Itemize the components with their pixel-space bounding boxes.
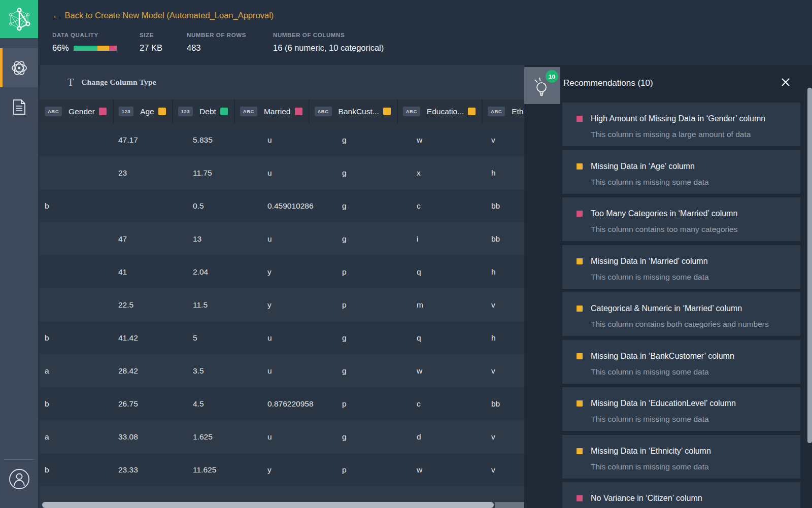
column-header[interactable]: ABC BankCust... (310, 99, 398, 123)
data-quality-bar (74, 46, 117, 51)
stat-data-quality: DATA QUALITY 66% (52, 32, 140, 53)
cell-debt: 5 (188, 333, 262, 343)
cell-educationlevel: w (412, 136, 486, 145)
recommendation-card[interactable]: Categorical & Numeric in ‘Married’ colum… (562, 292, 800, 336)
recommendation-title: Missing Data in ‘Ethnicity’ column (591, 447, 711, 456)
column-header[interactable]: 123 Age (114, 99, 173, 123)
column-name: Debt (199, 107, 216, 116)
user-menu-button[interactable] (0, 465, 38, 493)
recommendations-tab[interactable]: 10 (524, 67, 560, 104)
stat-label: NUMBER OF COLUMNS (273, 32, 384, 38)
cell-bankcustomer: g (337, 432, 412, 442)
recommendation-card[interactable]: Missing Data in ‘Ethnicity’ column This … (562, 435, 800, 479)
recommendations-count-badge: 10 (546, 70, 558, 83)
recommendation-description: This column is missing some data (591, 367, 790, 377)
severity-square-icon (577, 258, 583, 264)
quality-bar-segment (74, 46, 97, 51)
column-status-flag (383, 108, 391, 115)
column-status-flag (468, 108, 476, 115)
back-link[interactable]: ← Back to Create New Model (Automated_Lo… (52, 11, 274, 20)
change-column-type-label: Change Column Type (81, 78, 156, 87)
recommendation-card[interactable]: Missing Data in ‘EducationLevel’ column … (562, 387, 800, 431)
vertical-scrollbar-thumb[interactable] (807, 88, 812, 443)
quality-bar-segment (97, 46, 109, 51)
cell-gender: b (40, 333, 113, 343)
cell-debt: 0.5 (188, 201, 262, 211)
column-type-badge: ABC (240, 107, 257, 116)
cell-debt: 4.5 (188, 399, 262, 409)
recommendation-card[interactable]: High Amount of Missing Data in ‘Gender’ … (562, 103, 800, 146)
close-icon[interactable] (781, 78, 790, 87)
cell-age: 47.17 (113, 136, 188, 145)
cell-educationlevel: m (412, 300, 486, 310)
column-header[interactable]: ABC Married (235, 99, 310, 123)
column-status-flag (220, 108, 228, 115)
sidebar-item-data[interactable] (0, 48, 38, 87)
cell-married: u (262, 136, 337, 145)
column-header[interactable]: ABC Educatio... (398, 99, 483, 123)
recommendation-description: This column is missing some data (591, 178, 790, 187)
cell-debt: 3.5 (188, 366, 262, 376)
recommendations-panel: Recommendations (10) High Amount of Miss… (524, 65, 812, 508)
stat-rows: NUMBER OF ROWS 483 (187, 32, 273, 53)
data-quality-percent: 66% (52, 43, 69, 53)
column-type-badge: ABC (315, 107, 332, 116)
sidebar-item-documents[interactable] (0, 87, 38, 126)
column-type-badge: ABC (45, 107, 62, 116)
recommendations-list: High Amount of Missing Data in ‘Gender’ … (562, 103, 800, 508)
recommendation-description: This column is missing some data (591, 415, 790, 424)
column-header[interactable]: 123 Debt (173, 99, 235, 123)
column-name: Ethn (512, 107, 524, 116)
column-type-badge: ABC (488, 107, 505, 116)
cell-age: 23.33 (113, 465, 188, 475)
recommendation-card[interactable]: No Variance in ‘Citizen’ column (562, 482, 800, 508)
app-window: { "sidebar": { "logo_icon": "network-log… (0, 0, 812, 508)
horizontal-scrollbar-thumb[interactable] (42, 502, 494, 508)
cell-bankcustomer: p (337, 399, 412, 409)
severity-square-icon (577, 211, 583, 217)
cell-educationlevel: w (412, 465, 486, 475)
recommendation-card[interactable]: Missing Data in ‘Married’ column This co… (562, 245, 800, 289)
recommendation-title: Missing Data in ‘BankCustomer’ column (591, 352, 734, 361)
active-indicator (0, 48, 3, 87)
cell-ethnicity: bb (486, 201, 524, 211)
cell-educationlevel: x (412, 168, 486, 178)
stat-size: SIZE 27 KB (140, 32, 187, 53)
cell-ethnicity: h (486, 267, 524, 277)
cell-gender: a (40, 366, 113, 376)
cell-married: u (262, 432, 337, 442)
stat-label: NUMBER OF ROWS (187, 32, 273, 38)
cell-debt: 13 (188, 234, 262, 244)
column-header[interactable]: ABC Ethn (483, 99, 524, 123)
stat-value: 483 (187, 43, 273, 53)
column-header-row: ABC Gender 123 Age 123 Debt ABC Married (40, 99, 524, 123)
column-name: Age (140, 107, 154, 116)
change-column-type-button[interactable]: T Change Column Type (67, 77, 156, 88)
column-type-badge: ABC (403, 107, 420, 116)
cell-bankcustomer: g (337, 333, 412, 343)
cell-ethnicity: h (486, 168, 524, 178)
recommendation-card[interactable]: Too Many Categories in ‘Married’ column … (562, 197, 800, 241)
cell-bankcustomer: p (337, 267, 412, 277)
recommendation-description: This column contains both categories and… (591, 320, 790, 329)
cell-age: 26.75 (113, 399, 188, 409)
recommendation-card[interactable]: Missing Data in ‘BankCustomer’ column Th… (562, 340, 800, 384)
horizontal-scrollbar-track[interactable] (495, 502, 524, 508)
cell-age: 41 (113, 267, 188, 277)
table-row: 47 13 u g i bb (40, 222, 524, 255)
recommendation-card[interactable]: Missing Data in ‘Age’ column This column… (562, 150, 800, 194)
column-name: Educatio... (427, 107, 464, 116)
atom-icon (10, 59, 28, 77)
column-status-flag (295, 108, 302, 115)
cell-married: u (262, 333, 337, 343)
app-logo[interactable] (0, 0, 38, 38)
column-header[interactable]: ABC Gender (40, 99, 114, 123)
cell-married: u (262, 234, 337, 244)
severity-square-icon (577, 400, 583, 407)
recommendation-description: This column contains too many categories (591, 225, 790, 234)
column-status-flag (158, 108, 166, 115)
table-row: b 41.42 5 u g q h (40, 321, 524, 354)
column-type-badge: 123 (119, 107, 133, 116)
change-column-type-icon: T (67, 77, 74, 88)
severity-square-icon (577, 495, 583, 501)
